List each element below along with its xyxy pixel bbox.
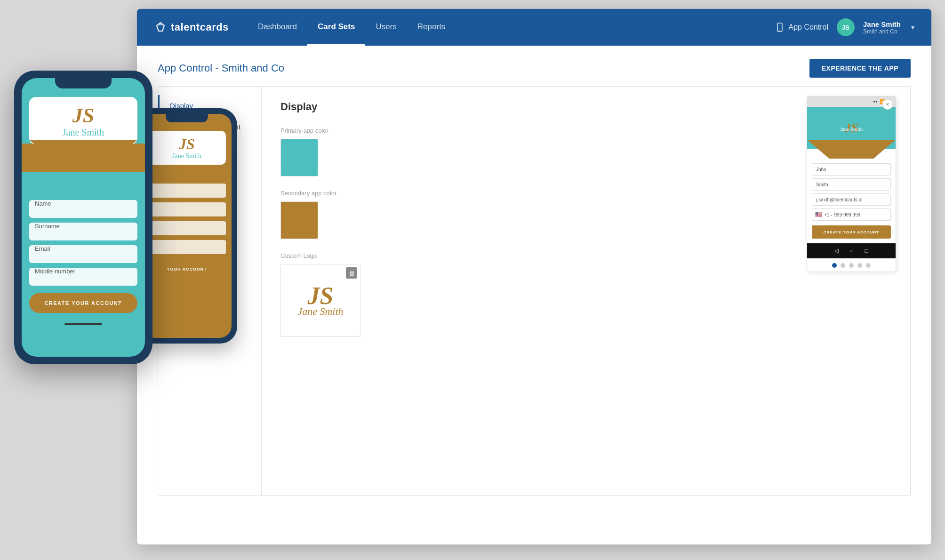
phone-second-inner: JS Jane Smith YOUR ACCOUNT: [142, 114, 232, 338]
main-content: Display Learning management Display Prim…: [158, 86, 911, 496]
phone-second-cta[interactable]: YOUR ACCOUNT: [148, 262, 226, 277]
nav-right: App Control JS Jane Smith Smith and Co ▾: [775, 18, 914, 36]
chevron-down-icon[interactable]: ▾: [911, 24, 914, 31]
android-recents-button[interactable]: □: [865, 248, 868, 254]
phone-name-field[interactable]: Name: [29, 200, 137, 218]
app-control-label: App Control: [788, 23, 828, 32]
android-dot-1: [832, 263, 837, 268]
phone-second-jane: Jane Smith: [152, 152, 221, 160]
primary-color-label: Primary app color: [280, 127, 891, 134]
phone-line-3: [148, 221, 226, 235]
secondary-color-label: Secondary app color: [280, 190, 891, 197]
experience-app-button[interactable]: EXPERIENCE THE APP: [809, 59, 911, 78]
nav-user-name: Jane Smith: [863, 20, 901, 28]
phone-big-form: Name Surname Email Mobile number CREATE …: [22, 172, 145, 320]
android-form: John Smith j.smith@talentcards.io 🇺🇸 +1 …: [807, 149, 896, 243]
android-lastname-field[interactable]: Smith: [812, 178, 891, 191]
nav-user-company: Smith and Co: [863, 28, 901, 35]
android-header: JS Jane Smith: [807, 107, 896, 149]
android-nav-bar: ◁ ○ □: [807, 243, 896, 258]
phone-big: JS Jane Smith Name Surname Email Mobile …: [14, 71, 152, 364]
phone-line-2: [148, 202, 226, 216]
display-heading: Display: [280, 101, 891, 113]
android-preview: × ▾▾ 📶 🔋 JS Jane Smith Joh: [807, 96, 896, 272]
phone-mobile-field[interactable]: Mobile number: [29, 268, 137, 286]
nav-user-info: Jane Smith Smith and Co: [863, 20, 901, 35]
phone-jane-big: Jane Smith: [36, 127, 131, 138]
nav-dashboard[interactable]: Dashboard: [248, 9, 307, 46]
logo-name-text: Jane Smith: [297, 305, 343, 318]
android-dots: [807, 258, 896, 272]
android-home-button[interactable]: ○: [850, 248, 853, 254]
phone-big-card: JS Jane Smith: [29, 97, 137, 144]
android-dot-4: [857, 263, 862, 268]
page-title: App Control - Smith and Co: [158, 62, 284, 74]
nav-app-control[interactable]: App Control: [775, 23, 828, 32]
android-firstname-field[interactable]: John: [812, 163, 891, 176]
nav-reports[interactable]: Reports: [407, 9, 456, 46]
android-dot-5: [866, 263, 871, 268]
nav-users[interactable]: Users: [365, 9, 407, 46]
flag-icon: 🇺🇸: [815, 211, 822, 218]
phone-line-1: [148, 184, 226, 198]
phone-email-field[interactable]: Email: [29, 245, 137, 263]
phone-home-bar: [64, 323, 102, 325]
android-cta-button[interactable]: CREATE YOUR ACCOUNT: [812, 225, 891, 239]
android-phone-field[interactable]: 🇺🇸 +1 - 999 999 999: [812, 208, 891, 221]
nav-cardsets[interactable]: Card Sets: [307, 9, 365, 46]
phone-second-card: JS Jane Smith: [148, 131, 226, 165]
phone-line-4: [148, 240, 226, 254]
phone-cta-button[interactable]: CREATE YOUR ACCOUNT: [29, 293, 137, 313]
user-avatar: JS: [837, 18, 855, 36]
nav-bar: talentcards Dashboard Card Sets Users Re…: [137, 9, 931, 46]
delete-logo-button[interactable]: 🗑: [346, 267, 357, 279]
android-jane-text: Jane Smith: [840, 126, 863, 132]
android-dot-3: [849, 263, 854, 268]
android-email-field[interactable]: j.smith@talentcards.io: [812, 193, 891, 206]
android-dot-2: [841, 263, 845, 268]
nav-links: Dashboard Card Sets Users Reports: [248, 9, 776, 46]
android-back-button[interactable]: ◁: [834, 248, 839, 254]
phone-second-js: JS: [152, 136, 221, 152]
secondary-color-swatch[interactable]: [280, 201, 318, 239]
preview-close-button[interactable]: ×: [882, 99, 893, 110]
browser-window: talentcards Dashboard Card Sets Users Re…: [136, 8, 932, 545]
page-header: App Control - Smith and Co EXPERIENCE TH…: [137, 46, 931, 86]
phone-second-cta-text: YOUR ACCOUNT: [167, 267, 207, 272]
primary-color-section: Primary app color: [280, 127, 891, 176]
phone-notch: [55, 78, 112, 88]
svg-point-1: [779, 30, 780, 31]
phone-second-notch: [166, 114, 208, 122]
nav-logo-text: talentcards: [171, 21, 229, 33]
content-area: Display Primary app color Secondary app …: [262, 87, 910, 495]
phone-second-lines: [142, 179, 232, 259]
phone-surname-field[interactable]: Surname: [29, 223, 137, 240]
phone-js-big: JS: [36, 105, 131, 126]
logo-upload-box[interactable]: 🗑 JS Jane Smith: [280, 264, 360, 337]
android-preview-container: × ▾▾ 📶 🔋 JS Jane Smith Joh: [807, 96, 896, 272]
custom-logo-section: Custom Logo 🗑 JS Jane Smith: [280, 252, 891, 337]
phone-big-inner: JS Jane Smith Name Surname Email Mobile …: [22, 78, 145, 357]
primary-color-swatch[interactable]: [280, 139, 318, 176]
custom-logo-label: Custom Logo: [280, 252, 891, 259]
logo-js-text: JS: [308, 284, 334, 308]
nav-logo[interactable]: talentcards: [154, 21, 229, 34]
secondary-color-section: Secondary app color: [280, 190, 891, 239]
